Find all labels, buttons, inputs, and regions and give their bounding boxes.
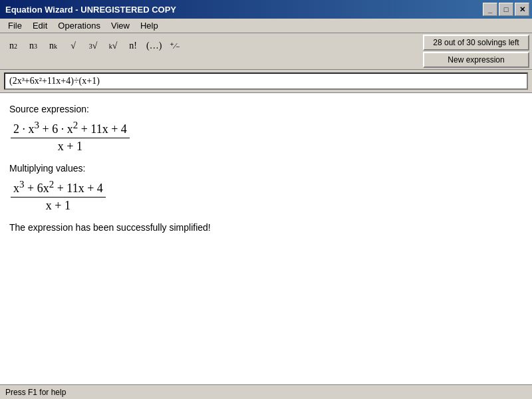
sqrt-btn[interactable]: √: [64, 37, 82, 55]
solvings-left-label: 28 out of 30 solvings left: [423, 35, 529, 51]
multiplying-fraction: x3 + 6x2 + 11x + 4 x + 1: [11, 179, 106, 213]
status-bar: Press F1 for help: [0, 384, 532, 399]
cube-btn[interactable]: n3: [24, 37, 43, 55]
source-fraction: 2 · x3 + 6 · x2 + 11x + 4 x + 1: [11, 120, 130, 154]
menu-file[interactable]: File: [3, 19, 27, 32]
multiplying-label: Multiplying values:: [9, 163, 523, 174]
plusminus-div-btn[interactable]: ⁺∕₋: [166, 37, 184, 55]
window-title: Equation Wizard - UNREGISTERED COPY: [5, 5, 176, 15]
source-expression: 2 · x3 + 6 · x2 + 11x + 4 x + 1: [9, 120, 523, 154]
menu-operations[interactable]: Operations: [53, 19, 106, 32]
new-expression-button[interactable]: New expression: [423, 52, 529, 68]
title-bar-buttons: _ □ ✕: [483, 3, 529, 16]
kroot-btn[interactable]: k√: [104, 37, 122, 55]
menu-view[interactable]: View: [106, 19, 135, 32]
sq-btn[interactable]: n2: [4, 37, 23, 55]
fact-btn[interactable]: n!: [124, 37, 142, 55]
input-row: [0, 70, 532, 93]
toolbar: n2 n3 nk √ 3√ k√ n! (…) ⁺∕₋: [0, 33, 420, 59]
nk-btn[interactable]: nk: [44, 37, 63, 55]
minimize-button[interactable]: _: [483, 3, 497, 16]
cbrt-btn[interactable]: 3√: [84, 37, 102, 55]
content-area: Source expression: 2 · x3 + 6 · x2 + 11x…: [0, 93, 532, 396]
maximize-button[interactable]: □: [499, 3, 513, 16]
multiplying-expression: x3 + 6x2 + 11x + 4 x + 1: [9, 179, 523, 213]
menu-edit[interactable]: Edit: [27, 19, 53, 32]
paren-btn[interactable]: (…): [144, 37, 164, 55]
menu-help[interactable]: Help: [135, 19, 164, 32]
status-text: Press F1 for help: [5, 388, 66, 397]
title-bar: Equation Wizard - UNREGISTERED COPY _ □ …: [0, 0, 532, 19]
menu-bar: File Edit Operations View Help: [0, 19, 532, 33]
expression-input[interactable]: [4, 72, 528, 90]
success-message: The expression has been successfully sim…: [9, 222, 523, 233]
source-label: Source expression:: [9, 104, 523, 114]
close-button[interactable]: ✕: [515, 3, 529, 16]
